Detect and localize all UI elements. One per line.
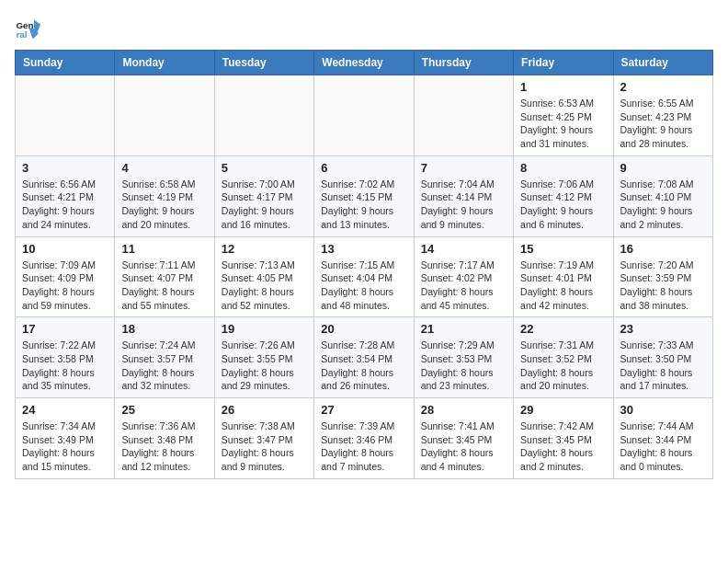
day-number: 12 (222, 242, 307, 256)
day-info: Sunrise: 7:28 AMSunset: 3:54 PMDaylight:… (321, 339, 406, 393)
day-cell (16, 75, 115, 156)
day-cell: 28Sunrise: 7:41 AMSunset: 3:45 PMDayligh… (414, 398, 513, 479)
day-number: 16 (620, 242, 706, 256)
day-cell: 11Sunrise: 7:11 AMSunset: 4:07 PMDayligh… (115, 236, 214, 317)
header: Gene ral (15, 15, 713, 40)
week-row-3: 10Sunrise: 7:09 AMSunset: 4:09 PMDayligh… (16, 236, 713, 317)
day-info: Sunrise: 6:53 AMSunset: 4:25 PMDaylight:… (520, 97, 606, 151)
day-info: Sunrise: 7:04 AMSunset: 4:14 PMDaylight:… (421, 178, 506, 232)
day-number: 10 (22, 242, 108, 256)
logo: Gene ral (15, 15, 44, 40)
day-info: Sunrise: 7:00 AMSunset: 4:17 PMDaylight:… (222, 178, 307, 232)
day-cell: 15Sunrise: 7:19 AMSunset: 4:01 PMDayligh… (514, 236, 613, 317)
day-cell: 4Sunrise: 6:58 AMSunset: 4:19 PMDaylight… (115, 155, 214, 236)
column-header-friday: Friday (514, 51, 613, 75)
day-number: 23 (620, 322, 706, 336)
day-info: Sunrise: 7:22 AMSunset: 3:58 PMDaylight:… (22, 339, 108, 393)
day-cell: 6Sunrise: 7:02 AMSunset: 4:15 PMDaylight… (314, 155, 414, 236)
day-info: Sunrise: 7:20 AMSunset: 3:59 PMDaylight:… (620, 259, 706, 313)
column-header-sunday: Sunday (16, 51, 115, 75)
column-header-monday: Monday (115, 51, 214, 75)
day-info: Sunrise: 7:38 AMSunset: 3:47 PMDaylight:… (222, 419, 307, 474)
day-info: Sunrise: 7:42 AMSunset: 3:45 PMDaylight:… (520, 419, 606, 474)
week-row-5: 24Sunrise: 7:34 AMSunset: 3:49 PMDayligh… (16, 398, 713, 479)
day-number: 19 (222, 322, 307, 336)
day-cell: 27Sunrise: 7:39 AMSunset: 3:46 PMDayligh… (314, 398, 414, 479)
day-info: Sunrise: 7:02 AMSunset: 4:15 PMDaylight:… (321, 178, 406, 232)
column-header-thursday: Thursday (414, 51, 513, 75)
day-number: 3 (22, 161, 108, 175)
day-cell: 1Sunrise: 6:53 AMSunset: 4:25 PMDaylight… (514, 75, 613, 156)
day-number: 2 (620, 80, 706, 94)
day-info: Sunrise: 7:19 AMSunset: 4:01 PMDaylight:… (520, 259, 606, 313)
day-number: 29 (520, 403, 606, 417)
day-cell: 24Sunrise: 7:34 AMSunset: 3:49 PMDayligh… (16, 398, 115, 479)
day-cell: 7Sunrise: 7:04 AMSunset: 4:14 PMDaylight… (414, 155, 513, 236)
day-cell: 3Sunrise: 6:56 AMSunset: 4:21 PMDaylight… (16, 155, 115, 236)
day-number: 22 (520, 322, 606, 336)
day-cell: 29Sunrise: 7:42 AMSunset: 3:45 PMDayligh… (514, 398, 613, 479)
calendar: SundayMondayTuesdayWednesdayThursdayFrid… (15, 50, 713, 479)
day-info: Sunrise: 6:55 AMSunset: 4:23 PMDaylight:… (620, 97, 706, 151)
day-number: 20 (321, 322, 406, 336)
day-info: Sunrise: 7:06 AMSunset: 4:12 PMDaylight:… (520, 178, 606, 232)
day-number: 1 (520, 80, 606, 94)
day-cell (314, 75, 414, 156)
day-cell (214, 75, 313, 156)
day-cell: 22Sunrise: 7:31 AMSunset: 3:52 PMDayligh… (514, 317, 613, 398)
day-cell: 30Sunrise: 7:44 AMSunset: 3:44 PMDayligh… (613, 398, 712, 479)
day-number: 18 (121, 322, 207, 336)
day-number: 4 (121, 161, 207, 175)
day-number: 17 (22, 322, 108, 336)
day-number: 21 (421, 322, 506, 336)
day-info: Sunrise: 7:24 AMSunset: 3:57 PMDaylight:… (121, 339, 207, 393)
day-cell: 14Sunrise: 7:17 AMSunset: 4:02 PMDayligh… (414, 236, 513, 317)
day-info: Sunrise: 7:39 AMSunset: 3:46 PMDaylight:… (321, 419, 406, 474)
day-info: Sunrise: 7:08 AMSunset: 4:10 PMDaylight:… (620, 178, 706, 232)
week-row-4: 17Sunrise: 7:22 AMSunset: 3:58 PMDayligh… (16, 317, 713, 398)
day-cell: 19Sunrise: 7:26 AMSunset: 3:55 PMDayligh… (214, 317, 313, 398)
day-number: 24 (22, 403, 108, 417)
day-cell: 16Sunrise: 7:20 AMSunset: 3:59 PMDayligh… (613, 236, 712, 317)
day-number: 13 (321, 242, 406, 256)
day-number: 28 (421, 403, 506, 417)
column-header-tuesday: Tuesday (214, 51, 313, 75)
calendar-header-row: SundayMondayTuesdayWednesdayThursdayFrid… (16, 51, 713, 75)
day-info: Sunrise: 7:31 AMSunset: 3:52 PMDaylight:… (520, 339, 606, 393)
day-info: Sunrise: 7:36 AMSunset: 3:48 PMDaylight:… (121, 419, 207, 474)
day-number: 6 (321, 161, 406, 175)
day-info: Sunrise: 7:29 AMSunset: 3:53 PMDaylight:… (421, 339, 506, 393)
day-cell: 12Sunrise: 7:13 AMSunset: 4:05 PMDayligh… (214, 236, 313, 317)
day-cell: 8Sunrise: 7:06 AMSunset: 4:12 PMDaylight… (514, 155, 613, 236)
day-cell: 25Sunrise: 7:36 AMSunset: 3:48 PMDayligh… (115, 398, 214, 479)
day-number: 7 (421, 161, 506, 175)
day-cell: 10Sunrise: 7:09 AMSunset: 4:09 PMDayligh… (16, 236, 115, 317)
day-cell: 18Sunrise: 7:24 AMSunset: 3:57 PMDayligh… (115, 317, 214, 398)
day-cell: 13Sunrise: 7:15 AMSunset: 4:04 PMDayligh… (314, 236, 414, 317)
day-cell: 5Sunrise: 7:00 AMSunset: 4:17 PMDaylight… (214, 155, 313, 236)
day-info: Sunrise: 7:17 AMSunset: 4:02 PMDaylight:… (421, 259, 506, 313)
day-cell: 20Sunrise: 7:28 AMSunset: 3:54 PMDayligh… (314, 317, 414, 398)
day-info: Sunrise: 7:13 AMSunset: 4:05 PMDaylight:… (222, 259, 307, 313)
week-row-1: 1Sunrise: 6:53 AMSunset: 4:25 PMDaylight… (16, 75, 713, 156)
day-info: Sunrise: 7:33 AMSunset: 3:50 PMDaylight:… (620, 339, 706, 393)
day-cell: 21Sunrise: 7:29 AMSunset: 3:53 PMDayligh… (414, 317, 513, 398)
day-number: 14 (421, 242, 506, 256)
day-info: Sunrise: 7:34 AMSunset: 3:49 PMDaylight:… (22, 419, 108, 474)
day-number: 15 (520, 242, 606, 256)
day-info: Sunrise: 7:11 AMSunset: 4:07 PMDaylight:… (121, 259, 207, 313)
day-info: Sunrise: 7:26 AMSunset: 3:55 PMDaylight:… (222, 339, 307, 393)
day-cell: 23Sunrise: 7:33 AMSunset: 3:50 PMDayligh… (613, 317, 712, 398)
day-info: Sunrise: 6:56 AMSunset: 4:21 PMDaylight:… (22, 178, 108, 232)
day-cell: 9Sunrise: 7:08 AMSunset: 4:10 PMDaylight… (613, 155, 712, 236)
day-number: 8 (520, 161, 606, 175)
day-cell: 17Sunrise: 7:22 AMSunset: 3:58 PMDayligh… (16, 317, 115, 398)
day-number: 9 (620, 161, 706, 175)
day-cell (115, 75, 214, 156)
day-info: Sunrise: 7:44 AMSunset: 3:44 PMDaylight:… (620, 419, 706, 474)
day-info: Sunrise: 7:09 AMSunset: 4:09 PMDaylight:… (22, 259, 108, 313)
day-cell (414, 75, 513, 156)
day-number: 27 (321, 403, 406, 417)
day-cell: 26Sunrise: 7:38 AMSunset: 3:47 PMDayligh… (214, 398, 313, 479)
week-row-2: 3Sunrise: 6:56 AMSunset: 4:21 PMDaylight… (16, 155, 713, 236)
